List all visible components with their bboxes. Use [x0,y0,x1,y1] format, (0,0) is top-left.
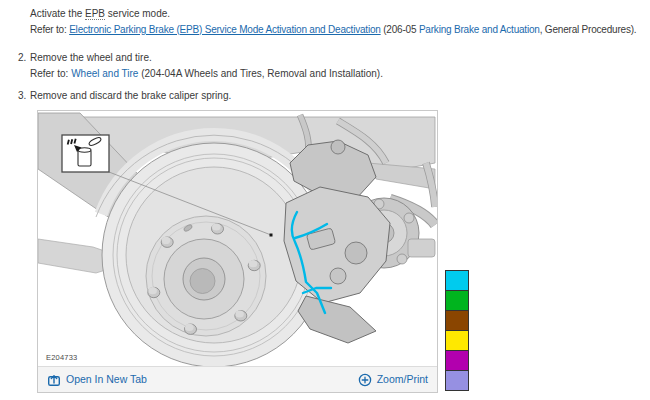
step-2-text-line: 2.Remove the wheel and tire. [18,50,383,66]
zoom-print-button[interactable]: Zoom/Print [358,367,428,392]
step-1-text-pre: Activate the [30,8,85,19]
step-1-refer-mid: (206-05 [381,24,419,35]
zoom-print-label: Zoom/Print [377,367,428,392]
step-2-refer: Refer to: Wheel and Tire (204-04A Wheels… [18,66,383,82]
step-2: 2.Remove the wheel and tire. Refer to: W… [18,50,383,81]
figure-footer: Open In New Tab Zoom/Print [38,366,437,392]
palette-swatch-lavender[interactable] [445,370,469,391]
open-in-new-tab-button[interactable]: Open In New Tab [47,367,147,392]
step-1-text-post: service mode. [105,8,170,19]
step-1-refer: Refer to: Electronic Parking Brake (EPB)… [30,22,636,38]
open-in-new-tab-icon [47,373,61,387]
parking-brake-actuation-link[interactable]: Parking Brake and Actuation [419,24,540,35]
epb-service-mode-link[interactable]: Electronic Parking Brake (EPB) Service M… [69,24,381,35]
zoom-print-icon [358,373,372,387]
step-3-text: Remove and discard the brake caliper spr… [30,90,231,101]
step-3-number: 3. [18,88,30,104]
step-1-refer-prefix: Refer to: [30,24,69,35]
step-1: Activate the EPB service mode. Refer to:… [30,6,636,37]
palette-swatch-cyan[interactable] [445,270,469,291]
brake-assembly-illustration [38,111,437,366]
step-1-refer-suffix: , General Procedures). [540,24,637,35]
figure-panel: E204733 Open In New Tab Zoom/Print [37,110,438,393]
palette-swatch-yellow[interactable] [445,330,469,351]
step-2-refer-suffix: (204-04A Wheels and Tires, Removal and I… [138,68,383,79]
step-3-text-line: 3.Remove and discard the brake caliper s… [18,88,231,104]
epb-abbr[interactable]: EPB [85,8,105,20]
step-3: 3.Remove and discard the brake caliper s… [18,88,231,104]
discard-callout-box [62,135,109,172]
step-1-text: Activate the EPB service mode. [30,6,636,22]
wheel-and-tire-link[interactable]: Wheel and Tire [71,68,138,79]
color-palette [445,271,469,391]
hub-bore [183,258,225,300]
palette-swatch-magenta[interactable] [445,350,469,371]
brake-caliper [284,140,390,343]
step-2-refer-prefix: Refer to: [30,68,71,79]
open-in-new-tab-label: Open In New Tab [66,367,147,392]
palette-swatch-brown[interactable] [445,310,469,331]
step-2-text: Remove the wheel and tire. [30,52,152,63]
figure-id-label: E204733 [46,353,77,363]
palette-swatch-green[interactable] [445,290,469,311]
step-2-number: 2. [18,50,30,66]
